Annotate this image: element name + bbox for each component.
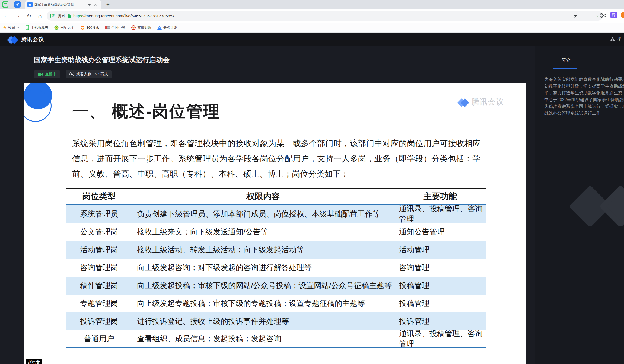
screenshot-scissors-icon[interactable] xyxy=(600,12,607,19)
address-bar-row: ← → ↻ ⌂ 证 腾讯 https://meeting.tencent.com… xyxy=(0,9,624,23)
table-row: 稿件管理岗 向上级发起投稿；审核下级的网站/公众号投稿；设置网站/公众号征稿主题… xyxy=(66,277,486,295)
lightning-icon[interactable] xyxy=(574,14,577,18)
table-row: 咨询管理岗 向上级发起咨询；对下级发起的咨询进行解答处理等 咨询管理 xyxy=(66,259,486,277)
presentation-slide: 腾讯会议 一、 概述-岗位管理 系统采用岗位角色制管理，即各管理模块中的接收对象… xyxy=(24,83,526,364)
bookmark-mobile-favorites[interactable]: 手机收藏夹 xyxy=(26,25,48,30)
table-row: 普通用户 查看组织、成员信息；发起投稿；发起咨询 通讯录、投稿管理、咨询管理 xyxy=(66,330,486,348)
translate-icon[interactable]: 译 xyxy=(610,12,617,18)
home-icon[interactable]: ⌂ xyxy=(36,12,43,20)
back-icon[interactable]: ← xyxy=(3,12,10,20)
table-cell: 咨询管理 xyxy=(395,263,486,273)
table-row: 系统管理员 负责创建下级管理员、添加本部门成员、岗位授权、本级基础配置工作等 通… xyxy=(66,205,486,223)
slide-paragraph: 系统采用岗位角色制管理，即各管理模块中的接收对象为某一或多个部门时，该部门中对应… xyxy=(72,136,480,181)
table-cell: 公文管理岗 xyxy=(66,227,132,237)
table-cell: 投稿管理 xyxy=(395,298,486,309)
tencent-meeting-logo-icon xyxy=(7,35,18,44)
table-header-row: 岗位类型 权限内容 主要功能 xyxy=(66,189,486,205)
intro-text: 为深入落实部党组教育数字化战略行动要求， 助数字化转型升级，切实提高学生资助战线… xyxy=(544,76,624,117)
cert-badge: 证 xyxy=(50,14,55,18)
table-cell: 专题管理岗 xyxy=(66,298,132,309)
lock-icon xyxy=(67,14,71,18)
star-icon: ★ xyxy=(3,25,7,30)
bookmark-site-directory[interactable]: 网址大全 xyxy=(54,25,74,30)
roles-table: 岗位类型 权限内容 主要功能 系统管理员 负责创建下级管理员、添加本部门成员、岗… xyxy=(66,188,486,348)
speaker-name-tag: 赵智龙 xyxy=(26,359,42,364)
phone-icon xyxy=(26,25,29,30)
table-cell: 通知公告管理 xyxy=(395,227,486,237)
table-cell: 系统管理员 xyxy=(66,209,132,219)
triangle-icon xyxy=(157,26,162,30)
watermark-logo-icon xyxy=(567,180,624,226)
table-cell: 咨询管理岗 xyxy=(66,263,132,273)
column-header: 主要功能 xyxy=(395,191,486,202)
site-name: 腾讯 xyxy=(58,14,65,18)
chevron-down-icon[interactable]: ∨ xyxy=(596,14,599,18)
table-cell: 接收上级活动、转发上级活动；向下级发起活动等 xyxy=(132,245,395,255)
table-row: 专题管理岗 向上级发起专题投稿；审核下级的专题投稿；设置专题征稿的主题等 投稿管… xyxy=(66,295,486,312)
bookmarks-bar: ★ 收藏▼ 手机收藏夹 网址大全 360搜索 xyxy=(0,23,624,33)
table-cell: 稿件管理岗 xyxy=(66,280,132,291)
live-page: 国家学生资助战线办公管理系统试运行启动会 直播中 观看人数：2.5万人 xyxy=(0,46,624,364)
url-text: https://meeting.tencent.com/live/6465123… xyxy=(73,14,175,18)
tab-divider xyxy=(599,56,599,64)
tencent-meeting-favicon-icon xyxy=(27,2,33,7)
sidebar-divider xyxy=(535,69,624,69)
table-cell: 通讯录、投稿管理、咨询管理 xyxy=(395,328,486,349)
info-sidebar: 简介 为深入落实部党组教育数字化战略行动要求， 助数字化转型升级，切实提高学生资… xyxy=(535,46,624,364)
tab-intro[interactable]: 简介 xyxy=(556,57,575,63)
live-title: 国家学生资助战线办公管理系统试运行启动会 xyxy=(34,55,170,64)
table-row: 活动管理岗 接收上级活动、转发上级活动；向下级发起活动等 活动管理 xyxy=(66,241,486,259)
column-header: 权限内容 xyxy=(132,191,395,202)
active-tab[interactable]: 国家学生资助战线办公管理 xyxy=(25,0,101,9)
bookmark-anhui-finance[interactable]: 安徽财政 xyxy=(131,25,151,30)
tab-close-icon[interactable] xyxy=(94,3,97,6)
bookmark-classification-plan[interactable]: 分类计划 xyxy=(157,25,177,30)
browser-tab-bar: 国家学生资助战线办公管理 + xyxy=(0,0,624,9)
bookmark-360-search[interactable]: 360搜索 xyxy=(80,25,99,30)
meeting-header: 腾讯会议 举 xyxy=(0,33,624,46)
column-header: 岗位类型 xyxy=(66,191,132,202)
live-status-row: 直播中 观看人数：2.5万人 xyxy=(34,70,112,78)
slide-watermark: 腾讯会议 xyxy=(457,97,504,107)
table-cell: 进行投诉登记、接收上级的投诉事件并处理等 xyxy=(132,316,395,327)
viewers-badge: 观看人数：2.5万人 xyxy=(66,70,112,78)
bookmark-favorites[interactable]: ★ 收藏▼ xyxy=(3,25,20,30)
table-cell: 向上级发起专题投稿；审核下级的专题投稿；设置专题征稿的主题等 xyxy=(132,298,395,309)
slide-title: 一、 概述-岗位管理 xyxy=(72,101,221,123)
table-row: 公文管理岗 接收上级来文；向下级发送通知/公告等 通知公告管理 xyxy=(66,223,486,241)
warning-icon xyxy=(610,37,615,41)
emblem-icon xyxy=(131,25,136,30)
table-cell: 通讯录、投稿管理、咨询管理 xyxy=(395,204,486,224)
quick-launch-icon[interactable] xyxy=(14,1,21,8)
table-cell: 投诉管理 xyxy=(395,316,486,327)
tab-title: 国家学生资助战线办公管理 xyxy=(34,2,86,7)
table-cell: 查看组织、成员信息；发起投稿；发起咨询 xyxy=(132,334,395,344)
more-options-icon[interactable]: … xyxy=(584,14,589,18)
table-cell: 向上级发起投稿；审核下级的网站/公众号投稿；设置网站/公众号征稿主题等 xyxy=(132,280,395,291)
extension-icon[interactable] xyxy=(621,12,624,18)
tab-audio-icon[interactable] xyxy=(88,3,92,7)
bookmark-national-secondary[interactable]: 全国中等 xyxy=(105,25,125,30)
table-cell: 向上级发起咨询；对下级发起的咨询进行解答处理等 xyxy=(132,263,395,273)
table-cell: 投稿管理 xyxy=(395,280,486,291)
table-cell: 接收上级来文；向下级发送通知/公告等 xyxy=(132,227,395,237)
url-bar[interactable]: 证 腾讯 https://meeting.tencent.com/live/64… xyxy=(47,11,603,21)
brand-name: 腾讯会议 xyxy=(21,36,44,43)
table-cell: 活动管理 xyxy=(395,245,486,255)
forward-icon[interactable]: → xyxy=(14,12,21,20)
browser-window: 国家学生资助战线办公管理 + ← → ↻ ⌂ 证 腾讯 https://meet… xyxy=(0,0,624,364)
table-row: 投诉管理岗 进行投诉登记、接收上级的投诉事件并处理等 投诉管理 xyxy=(66,312,486,330)
new-tab-button[interactable]: + xyxy=(104,1,112,8)
browser-logo-icon[interactable] xyxy=(2,1,9,8)
tencent-meeting-logo-icon xyxy=(457,97,469,107)
table-cell: 活动管理岗 xyxy=(66,245,132,255)
reload-icon[interactable]: ↻ xyxy=(26,12,33,20)
play-circle-icon xyxy=(69,72,74,76)
report-button[interactable]: 举 xyxy=(610,36,622,41)
camera-icon xyxy=(38,72,43,76)
table-cell: 普通用户 xyxy=(66,334,132,344)
table-cell: 负责创建下级管理员、添加本部门成员、岗位授权、本级基础配置工作等 xyxy=(132,209,395,219)
table-cell: 投诉管理岗 xyxy=(66,316,132,327)
plus-circle-icon xyxy=(54,25,59,30)
live-status-badge: 直播中 xyxy=(34,70,60,78)
